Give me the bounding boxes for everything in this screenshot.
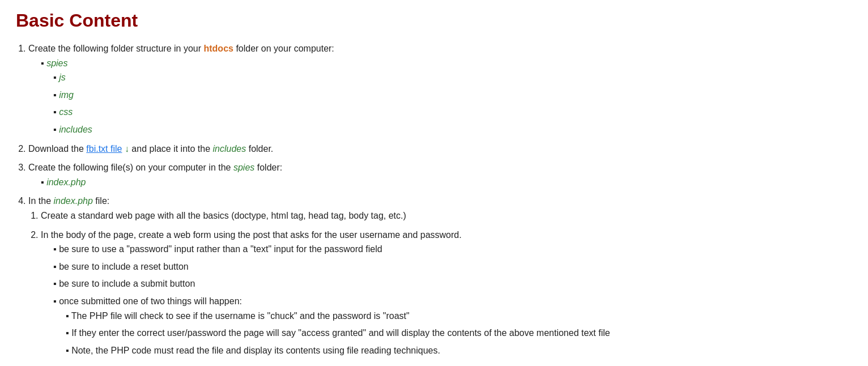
index-php-ref: index.php (53, 196, 92, 206)
bullet-submitted-text: once submitted one of two things will ha… (59, 296, 242, 306)
item3-text-after: folder: (254, 163, 282, 172)
list-item-1: Create the following folder structure in… (28, 41, 852, 137)
htdocs-highlight: htdocs (203, 44, 233, 53)
includes-ref: includes (213, 144, 246, 154)
bullet-reset: be sure to include a reset button (53, 259, 852, 274)
item4-text-before: In the (28, 196, 53, 206)
subfolder-list: js img css includes (53, 70, 852, 137)
page-title: Basic Content (16, 10, 852, 31)
index-php-file: index.php (41, 175, 852, 190)
bullet-password: be sure to use a "password" input rather… (53, 242, 852, 257)
includes-folder: includes (53, 122, 852, 137)
css-label: css (59, 107, 73, 117)
bullet-submit-text: be sure to include a submit button (59, 279, 195, 288)
item4-subitems: Create a standard web page with all the … (41, 208, 852, 358)
download-arrow-icon: ↓ (125, 144, 129, 154)
subbullet-note: Note, the PHP code must read the file an… (66, 343, 852, 358)
bullet-submitted: once submitted one of two things will ha… (53, 294, 852, 358)
css-folder: css (53, 105, 852, 120)
js-folder: js (53, 70, 852, 85)
item2-text-after: folder. (246, 144, 273, 154)
files-list: index.php (41, 175, 852, 190)
item2-text-mid: and place it into the (129, 144, 213, 154)
bullet-reset-text: be sure to include a reset button (59, 262, 189, 271)
index-php-label: index.php (46, 177, 86, 187)
bullet-password-text: be sure to use a "password" input rather… (59, 244, 382, 254)
subbullet-check: The PHP file will check to see if the us… (66, 309, 852, 324)
spies-folder: spies js img css includes (41, 56, 852, 137)
subitem-4-2-text: In the body of the page, create a web fo… (41, 230, 462, 240)
item1-text-before: Create the following folder structure in… (28, 44, 203, 53)
js-label: js (59, 73, 66, 82)
item2-text-before: Download the (28, 144, 86, 154)
fbi-txt-link[interactable]: fbi.txt file (86, 144, 122, 154)
includes-label: includes (59, 125, 92, 134)
item3-text-before: Create the following file(s) on your com… (28, 163, 233, 172)
bullet-submit: be sure to include a submit button (53, 276, 852, 291)
list-item-3: Create the following file(s) on your com… (28, 160, 852, 189)
folder-list: spies js img css includes (41, 56, 852, 137)
main-list: Create the following folder structure in… (28, 41, 852, 358)
subbullet-access: If they enter the correct user/password … (66, 326, 852, 341)
form-bullets: be sure to use a "password" input rather… (53, 242, 852, 358)
subitem-4-1-text: Create a standard web page with all the … (41, 211, 406, 220)
list-item-4: In the index.php file: Create a standard… (28, 194, 852, 358)
img-label: img (59, 90, 74, 100)
content-area: Create the following folder structure in… (16, 41, 852, 358)
subitem-4-2: In the body of the page, create a web fo… (41, 228, 852, 358)
subbullet-check-text: The PHP file will check to see if the us… (71, 311, 410, 321)
spies-ref: spies (233, 163, 254, 172)
spies-label: spies (46, 58, 67, 68)
list-item-2: Download the fbi.txt file ↓ and place it… (28, 142, 852, 156)
submitted-subbullets: The PHP file will check to see if the us… (66, 309, 852, 358)
item4-text-after: file: (93, 196, 109, 206)
img-folder: img (53, 88, 852, 103)
subitem-4-1: Create a standard web page with all the … (41, 208, 852, 223)
subbullet-note-text: Note, the PHP code must read the file an… (71, 346, 440, 355)
subbullet-access-text: If they enter the correct user/password … (71, 328, 610, 338)
item1-text-after: folder on your computer: (233, 44, 334, 53)
